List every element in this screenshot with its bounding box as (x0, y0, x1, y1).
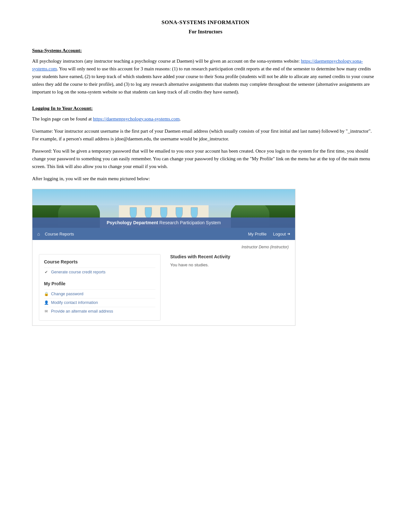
banner: Psychology Department Research Participa… (32, 189, 295, 228)
course-reports-item[interactable]: ✔ Generate course credit reports (44, 268, 155, 276)
lock-icon: 🔒 (44, 292, 48, 296)
instructor-label: Instructor Demo (Instructor) (39, 245, 289, 249)
banner-system-name: Research Participation System (159, 220, 221, 225)
course-reports-section: Course Reports ✔ Generate course credit … (44, 259, 155, 276)
page-subtitle: For Instructors (32, 29, 379, 35)
home-icon[interactable]: ⌂ (37, 231, 40, 236)
course-reports-item-label: Generate course credit reports (51, 270, 106, 274)
navbar-my-profile[interactable]: My Profile (248, 232, 267, 236)
sona-content-grid: Course Reports ✔ Generate course credit … (39, 254, 289, 321)
sona-url-link2[interactable]: https://daemenpsychology.sona-systems.co… (93, 116, 180, 121)
login-para1: The login page can be found at https://d… (32, 115, 379, 123)
logout-icon: ➜ (287, 232, 290, 236)
sona-navbar: ⌂ Course Reports My Profile Logout ➜ (32, 228, 295, 240)
studies-section-title: Studies with Recent Activity (170, 254, 285, 259)
main-title: SONA-SYSTEMS INFORMATION (32, 19, 379, 26)
navbar-right: My Profile Logout ➜ (248, 232, 290, 236)
screenshot-container: Psychology Department Research Participa… (32, 189, 295, 326)
section-login-heading: Logging In to Your Account: (32, 105, 379, 111)
section-account-para1: All psychology instructors (any instruct… (32, 57, 379, 96)
course-reports-section-title: Course Reports (44, 259, 155, 264)
right-column: Studies with Recent Activity You have no… (167, 254, 289, 321)
login-para2: Username: Your instructor account userna… (32, 127, 379, 143)
navbar-course-reports[interactable]: Course Reports (45, 232, 74, 236)
banner-title-bar: Psychology Department Research Participa… (32, 217, 295, 228)
change-password-item[interactable]: 🔒 Change password (44, 289, 155, 298)
login-para4: After logging in, you will see the main … (32, 175, 379, 182)
modify-contact-label: Modify contact information (51, 300, 98, 305)
my-profile-section: My Profile 🔒 Change password 👤 Modify co… (44, 281, 155, 315)
studies-empty-message: You have no studies. (170, 262, 285, 267)
email-icon: ✉ (44, 309, 48, 314)
login-para3: Password: You will be given a temporary … (32, 147, 379, 170)
alternate-email-item[interactable]: ✉ Provide an alternate email address (44, 307, 155, 315)
chart-icon: ✔ (44, 270, 48, 274)
sona-main-content: Instructor Demo (Instructor) Course Repo… (32, 240, 295, 325)
banner-dept-name: Psychology Department (107, 220, 158, 225)
modify-contact-item[interactable]: 👤 Modify contact information (44, 298, 155, 307)
navbar-left: ⌂ Course Reports (37, 231, 74, 236)
sona-url-link1[interactable]: https://daemenpsychology.sona-systems.co… (32, 58, 363, 71)
person-icon: 👤 (44, 300, 48, 305)
left-column: Course Reports ✔ Generate course credit … (39, 254, 161, 321)
navbar-logout[interactable]: Logout ➜ (273, 232, 290, 236)
change-password-label: Change password (51, 292, 83, 296)
alternate-email-label: Provide an alternate email address (51, 309, 113, 314)
my-profile-section-title: My Profile (44, 281, 155, 286)
section-account-heading: Sona-Systems Account: (32, 48, 379, 53)
